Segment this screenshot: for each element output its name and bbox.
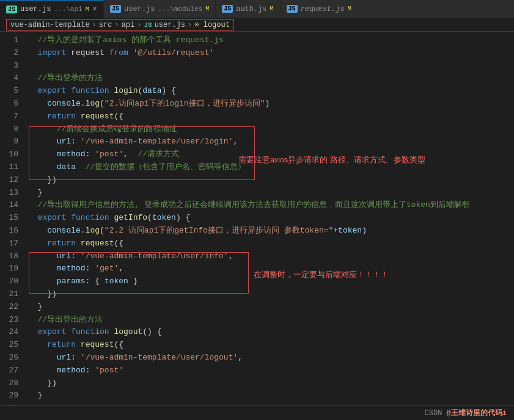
code-line-9: url: '/vue-admin-template/user/login',: [28, 136, 514, 148]
breadcrumb-api: api: [122, 21, 135, 29]
annotation-text-2: 在调整时，一定要与后端对应！！！！: [254, 270, 389, 280]
code-line-14: //导出取得用户信息的方法, 登录成功之后还会继续调用该方法去获取用户的信息，而…: [28, 199, 514, 212]
js-icon-tab4: JS: [287, 5, 298, 13]
tab-bar: JS user.js ...\api M × JS user.js ...\mo…: [0, 0, 514, 18]
code-line-4: //导出登录的方法: [28, 72, 514, 85]
breadcrumb-src: src: [99, 21, 112, 29]
code-line-21: }): [28, 288, 514, 301]
js-icon-tab1: JS: [6, 5, 17, 13]
code-line-29: }: [28, 389, 514, 402]
code-line-16: console.log("2.2 访问api下的getInfo接口，进行异步访问…: [28, 225, 514, 237]
code-line-17: return request({: [28, 237, 514, 250]
tab-auth[interactable]: JS auth.js M: [216, 0, 280, 18]
tab1-close[interactable]: ×: [92, 5, 97, 13]
tab4-name: request.js: [301, 5, 345, 13]
editor: 1 2 3 4 5 6 7 8 9 10 11 12 13 14 15 16 1…: [0, 32, 514, 405]
code-line-7: return request({: [28, 110, 514, 123]
footer: CSDN @王维诗里的代码i: [0, 405, 514, 420]
code-line-8: //后续会换成后端登录的路径地址: [28, 123, 514, 136]
code-line-23: //导出登出的方法: [28, 314, 514, 327]
code-line-3: [28, 60, 514, 73]
code-line-30: [28, 402, 514, 405]
tab-user-modules[interactable]: JS user.js ...\modules M: [104, 0, 216, 18]
code-line-18: url: '/vue-admin-template/user/info',: [28, 250, 514, 263]
code-line-12: }): [28, 174, 514, 187]
code-line-28: }): [28, 377, 514, 390]
tab1-path: ...\api: [54, 5, 82, 13]
code-line-2: import request from '@/utils/request': [28, 47, 514, 60]
code-line-13: }: [28, 187, 514, 200]
code-area[interactable]: //导入的是封装了axios 的那个工具 request.js import r…: [23, 32, 514, 405]
tab-user-api[interactable]: JS user.js ...\api M ×: [0, 0, 104, 18]
code-line-26: url: '/vue-admin-template/user/logout',: [28, 352, 514, 364]
tab-request[interactable]: JS request.js M: [281, 0, 358, 18]
tab2-modified: M: [205, 5, 209, 12]
code-line-22: }: [28, 301, 514, 314]
breadcrumb-js-badge: JS: [144, 21, 152, 29]
annotation-text-1: 需要注意axios异步请求的 路径、请求方式、参数类型: [238, 155, 425, 165]
breadcrumb-box: vue-admin-template › src › api › JS user…: [6, 19, 234, 31]
code-line-5: export function login(data) {: [28, 85, 514, 98]
tab1-modified: M: [86, 6, 89, 13]
code-line-1: //导入的是封装了axios 的那个工具 request.js: [28, 34, 514, 47]
breadcrumb-root: vue-admin-template: [10, 21, 90, 29]
tab2-path: ...\modules: [158, 5, 203, 13]
code-line-6: console.log("2.访问api下的login接口，进行异步访问"): [28, 98, 514, 110]
breadcrumb: vue-admin-template › src › api › JS user…: [0, 18, 514, 32]
breadcrumb-logout: ⊙ logout: [194, 20, 230, 29]
tab3-modified: M: [270, 5, 274, 12]
js-icon-tab2: JS: [110, 5, 121, 13]
tab1-name: user.js: [20, 5, 51, 13]
code-line-24: export function logout() {: [28, 326, 514, 339]
code-line-15: export function getInfo(token) {: [28, 212, 514, 225]
code-line-25: return request({: [28, 339, 514, 352]
code-line-27: method: 'post': [28, 364, 514, 377]
tab3-name: auth.js: [236, 5, 266, 13]
tab4-modified: M: [348, 5, 351, 12]
line-numbers: 1 2 3 4 5 6 7 8 9 10 11 12 13 14 15 16 1…: [0, 32, 23, 405]
footer-text: CSDN @王维诗里的代码i: [425, 408, 507, 418]
js-icon-tab3: JS: [222, 5, 233, 13]
tab2-name: user.js: [124, 5, 155, 13]
breadcrumb-userjs: user.js: [155, 21, 185, 29]
